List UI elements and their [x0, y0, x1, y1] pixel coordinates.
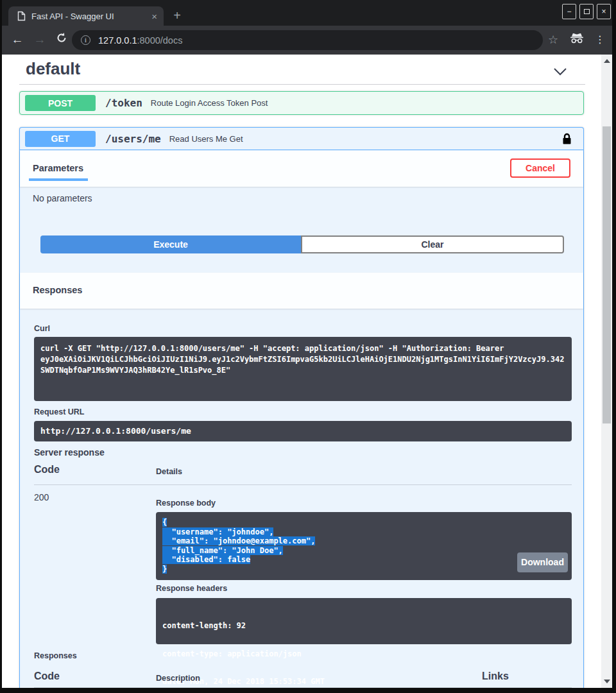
curl-command[interactable]: curl -X GET "http://127.0.0.1:8000/users… — [34, 337, 572, 401]
request-url-value: http://127.0.0.1:8000/users/me — [34, 421, 572, 441]
window-border-left — [0, 0, 2, 693]
response-body-line: } — [162, 565, 565, 574]
documented-links-header: Links — [482, 671, 509, 682]
tab-title: Fast API - Swagger UI — [31, 12, 151, 21]
response-body-line: "full_name": "John Doe", — [162, 546, 565, 556]
status-code: 200 — [34, 492, 49, 502]
opblock-post-token[interactable]: POST /token Route Login Access Token Pos… — [19, 91, 584, 115]
request-url-label: Request URL — [34, 407, 84, 416]
window-controls: − × — [562, 4, 611, 19]
address-bar[interactable]: i 127.0.0.1:8000/docs — [72, 30, 543, 50]
curl-label: Curl — [34, 324, 50, 333]
tab-parameters[interactable]: Parameters — [33, 163, 83, 173]
maximize-icon — [584, 9, 590, 14]
response-header-line: content-length: 92 — [162, 621, 565, 631]
active-tab-underline — [29, 178, 88, 181]
site-info-icon[interactable]: i — [81, 35, 90, 45]
code-column-header: Code — [34, 464, 60, 475]
auth-lock-icon[interactable] — [562, 133, 572, 148]
responses-title: Responses — [33, 285, 82, 295]
response-body-line: "email": "johndoe@example.com", — [162, 536, 565, 546]
browser-titlebar: Fast API - Swagger UI × + − × — [0, 0, 616, 26]
bookmark-star-icon[interactable]: ☆ — [545, 32, 561, 47]
response-body-line: "disabled": false — [162, 555, 565, 565]
reload-icon[interactable] — [53, 32, 70, 47]
tab-close-icon[interactable]: × — [151, 12, 157, 21]
table-header-divider — [34, 484, 572, 485]
details-column-header: Details — [156, 467, 182, 476]
window-border-bottom — [0, 688, 616, 693]
scrollbar-up-icon[interactable] — [604, 59, 610, 63]
response-body-line: "username": "johndoe", — [162, 527, 565, 537]
response-body-block[interactable]: { "username": "johndoe", "email": "johnd… — [156, 512, 572, 580]
window-border-right — [612, 0, 616, 693]
post-method-badge: POST — [25, 95, 96, 111]
download-button[interactable]: Download — [517, 552, 568, 572]
new-tab-button[interactable]: + — [169, 8, 185, 24]
execute-button[interactable]: Execute — [40, 235, 301, 253]
parameters-section-header: Parameters Cancel — [20, 151, 583, 187]
post-endpoint-path: /token — [105, 97, 142, 109]
response-body-line: { — [162, 518, 565, 527]
browser-window: Fast API - Swagger UI × + − × ← → i 127.… — [0, 0, 616, 693]
get-summary-row[interactable]: GET /users/me Read Users Me Get — [20, 128, 583, 150]
response-header-line: content-type: application/json — [162, 649, 565, 659]
post-endpoint-summary: Route Login Access Token Post — [151, 98, 268, 108]
chevron-down-icon[interactable] — [553, 67, 567, 78]
get-method-badge: GET — [25, 131, 96, 147]
documented-responses-label: Responses — [34, 651, 77, 660]
incognito-icon — [569, 32, 585, 47]
documented-code-header: Code — [34, 671, 60, 682]
maximize-button[interactable] — [579, 4, 594, 19]
back-icon[interactable]: ← — [9, 32, 26, 47]
responses-section-header: Responses — [20, 273, 583, 309]
page-scrollbar[interactable] — [601, 55, 612, 688]
url-host: 127.0.0.1 — [98, 35, 137, 46]
scrollbar-thumb[interactable] — [603, 126, 611, 424]
page-favicon-icon — [17, 11, 26, 21]
response-body-label: Response body — [156, 499, 216, 508]
clear-button[interactable]: Clear — [301, 235, 564, 253]
cancel-button[interactable]: Cancel — [510, 158, 570, 178]
minimize-button[interactable]: − — [562, 4, 576, 19]
tag-section-title[interactable]: default — [26, 59, 80, 79]
browser-menu-icon[interactable]: ⋮ — [593, 32, 607, 47]
opblock-get-users-me: GET /users/me Read Users Me Get Paramete… — [19, 127, 584, 688]
close-window-button[interactable]: × — [597, 4, 611, 19]
url-path: :8000/docs — [137, 35, 182, 46]
scrollbar-down-icon[interactable] — [604, 680, 610, 683]
section-divider — [19, 84, 585, 85]
response-headers-block: content-length: 92 content-type: applica… — [156, 598, 572, 644]
response-headers-label: Response headers — [156, 584, 227, 593]
get-endpoint-summary: Read Users Me Get — [169, 134, 243, 144]
forward-icon: → — [31, 32, 48, 47]
server-response-label: Server response — [34, 447, 105, 458]
browser-tab[interactable]: Fast API - Swagger UI × — [8, 6, 164, 26]
execute-row: Execute Clear — [40, 235, 564, 253]
get-endpoint-path: /users/me — [105, 133, 161, 145]
no-parameters-message: No parameters — [33, 193, 92, 203]
documented-description-header: Description — [156, 674, 200, 683]
